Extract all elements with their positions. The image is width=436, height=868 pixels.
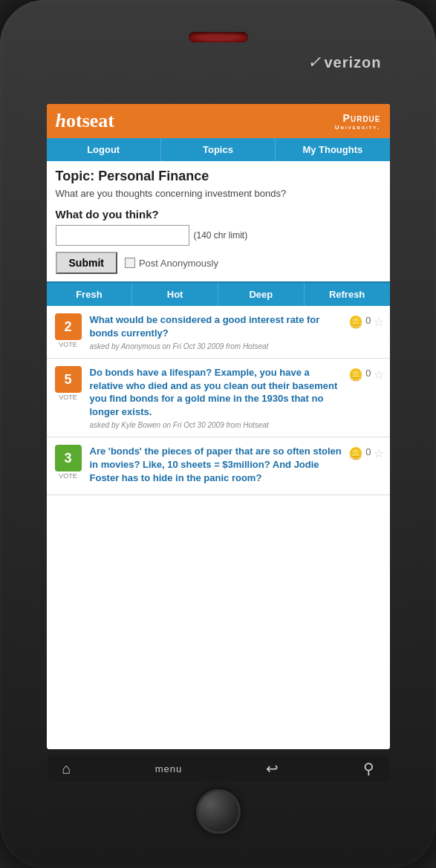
- vote-count-1: 0: [365, 315, 371, 326]
- post-meta-2: asked by Kyle Bowen on Fri Oct 30 2009 f…: [90, 421, 343, 429]
- vote-number-2[interactable]: 5: [55, 366, 82, 393]
- vote-label-2: VOTE: [59, 394, 77, 401]
- speaker-grill: [189, 32, 248, 42]
- thought-input-row: (140 chr limit): [56, 225, 381, 246]
- carrier-logo: ✓ verizon: [308, 53, 381, 72]
- vote-number-1[interactable]: 2: [55, 313, 82, 340]
- vote-badge-3: 3 VOTE: [53, 445, 84, 480]
- submit-row: Submit Post Anonymously: [56, 252, 381, 274]
- post-meta-1: asked by Anonymous on Fri Oct 30 2009 fr…: [90, 342, 343, 350]
- search-icon[interactable]: ⚲: [363, 760, 374, 777]
- star-icon-1[interactable]: ☆: [374, 315, 384, 329]
- post-question-1[interactable]: What would be considered a good interest…: [90, 313, 343, 339]
- app-logo-text: otseat: [66, 110, 114, 131]
- verizon-checkmark: ✓: [308, 53, 321, 72]
- tab-deep[interactable]: Deep: [218, 283, 305, 306]
- nav-logout[interactable]: Logout: [47, 138, 161, 161]
- tabs-bar: Fresh Hot Deep Refresh: [47, 281, 390, 306]
- post-actions-2: 🪙 0 ☆: [348, 366, 383, 382]
- anon-label[interactable]: Post Anonymously: [125, 258, 218, 269]
- star-icon-2[interactable]: ☆: [374, 368, 384, 382]
- vote-label-1: VOTE: [59, 341, 77, 348]
- post-content-1: What would be considered a good interest…: [90, 313, 343, 350]
- topic-section: Topic: Personal Finance What are you tho…: [47, 161, 390, 281]
- post-question-3[interactable]: Are 'bonds' the pieces of paper that are…: [90, 445, 343, 484]
- topic-title: Topic: Personal Finance: [56, 169, 381, 184]
- vote-badge-2: 5 VOTE: [53, 366, 84, 401]
- phone-frame: ✓ verizon hotseat Purdue University. Log…: [0, 0, 436, 868]
- anon-label-text: Post Anonymously: [139, 258, 218, 269]
- submit-button[interactable]: Submit: [56, 252, 117, 274]
- nav-my-thoughts[interactable]: My Thoughts: [276, 138, 389, 161]
- post-content-3: Are 'bonds' the pieces of paper that are…: [90, 445, 343, 487]
- vote-badge-1: 2 VOTE: [53, 313, 84, 348]
- list-item: 2 VOTE What would be considered a good i…: [47, 306, 390, 359]
- posts-list: 2 VOTE What would be considered a good i…: [47, 306, 390, 749]
- list-item: 5 VOTE Do bonds have a lifespan? Example…: [47, 359, 390, 437]
- back-icon[interactable]: ↩: [266, 760, 279, 777]
- nav-bar: Logout Topics My Thoughts: [47, 138, 390, 161]
- vote-count-3: 0: [365, 446, 371, 457]
- phone-top: ✓ verizon: [0, 0, 436, 104]
- home-button[interactable]: [196, 789, 241, 834]
- vote-count-2: 0: [365, 368, 371, 379]
- form-prompt: What do you think?: [56, 208, 381, 221]
- coin-icon-1: 🪙: [348, 315, 363, 329]
- purdue-logo: Purdue University.: [335, 112, 381, 131]
- purdue-name: Purdue: [343, 112, 381, 124]
- tab-hot[interactable]: Hot: [132, 283, 218, 306]
- home-icon[interactable]: ⌂: [62, 760, 71, 777]
- carrier-name: verizon: [324, 54, 381, 71]
- post-actions-3: 🪙 0 ☆: [348, 445, 383, 460]
- phone-bottom: ⌂ menu ↩ ⚲: [0, 749, 436, 868]
- char-limit-label: (140 chr limit): [194, 230, 248, 241]
- app-header: hotseat Purdue University.: [47, 104, 390, 138]
- post-content-2: Do bonds have a lifespan? Example, you h…: [90, 366, 343, 429]
- list-item: 3 VOTE Are 'bonds' the pieces of paper t…: [47, 437, 390, 495]
- coin-icon-3: 🪙: [348, 446, 363, 460]
- bottom-nav-bar: ⌂ menu ↩ ⚲: [48, 755, 389, 782]
- menu-label[interactable]: menu: [155, 763, 183, 774]
- star-icon-3[interactable]: ☆: [374, 446, 384, 460]
- tab-refresh[interactable]: Refresh: [305, 283, 390, 306]
- thought-input[interactable]: [56, 225, 189, 246]
- vote-number-3[interactable]: 3: [55, 445, 82, 471]
- purdue-subtitle: University.: [335, 124, 381, 131]
- tab-fresh[interactable]: Fresh: [47, 283, 133, 306]
- app-logo: hotseat: [56, 110, 114, 132]
- post-actions-1: 🪙 0 ☆: [348, 313, 383, 329]
- nav-topics[interactable]: Topics: [161, 138, 276, 161]
- carrier-bar: ✓ verizon: [48, 53, 389, 72]
- post-question-2[interactable]: Do bonds have a lifespan? Example, you h…: [90, 366, 343, 418]
- anon-checkbox[interactable]: [125, 258, 135, 268]
- coin-icon-2: 🪙: [348, 368, 363, 382]
- vote-label-3: VOTE: [59, 472, 77, 480]
- screen: hotseat Purdue University. Logout Topics…: [47, 104, 390, 749]
- topic-description: What are you thoughts concerning investm…: [56, 187, 381, 200]
